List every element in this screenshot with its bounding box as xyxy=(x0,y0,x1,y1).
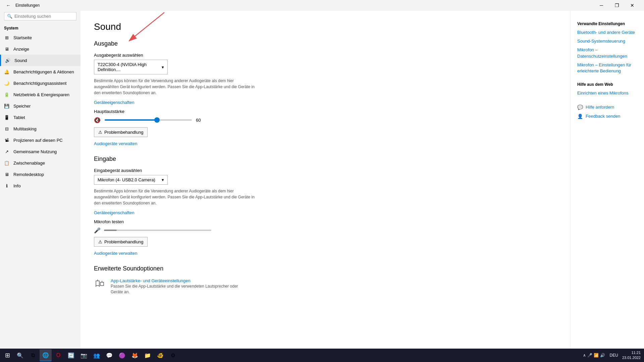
sidebar-item-label: Speicher xyxy=(13,104,31,109)
help-web-title: Hilfe aus dem Web xyxy=(577,82,637,87)
taskbar-app4[interactable]: 🐠 xyxy=(154,349,166,361)
dropdown-chevron: ▾ xyxy=(162,65,164,70)
sidebar-item-tablet[interactable]: 📱 Tablet xyxy=(0,112,80,123)
taskbar-app1[interactable]: 🟣 xyxy=(116,349,128,361)
minimize-button[interactable]: ─ xyxy=(594,0,609,11)
search-input[interactable] xyxy=(14,14,73,19)
slider-thumb[interactable] xyxy=(154,117,160,123)
taskbar-app2[interactable]: 🦊 xyxy=(129,349,141,361)
eingabe-device-dropdown[interactable]: Mikrofon (4- USB2.0 Camera) ▾ xyxy=(94,175,168,185)
eingabe-device-value: Mikrofon (4- USB2.0 Camera) xyxy=(98,177,155,182)
advanced-title: Erweiterte Soundoptionen xyxy=(94,265,557,272)
sidebar-item-netzbetrieb[interactable]: 🔋 Netzbetrieb & Energiesparen xyxy=(0,89,80,100)
sidebar-item-multitasking[interactable]: ⊟ Multitasking xyxy=(0,123,80,134)
remote-icon: 🖥 xyxy=(4,172,9,177)
battery-icon: 🔋 xyxy=(4,92,9,97)
help-link-mic-setup[interactable]: Einrichten eines Mikrofons xyxy=(577,90,637,96)
close-button[interactable]: ✕ xyxy=(625,0,640,11)
ausgabe-device-dropdown[interactable]: T22C300-4 (NVIDIA High Definition.... ▾ xyxy=(94,60,168,74)
manage-audio-link[interactable]: Audiogeräte verwalten xyxy=(94,141,137,146)
support-section: 💬 Hilfe anfordern 👤 Feedback senden xyxy=(577,104,637,119)
clock-date: 23.01.2022 xyxy=(622,355,641,360)
taskbar-teams[interactable]: 👥 xyxy=(91,349,103,361)
sidebar-item-assistent[interactable]: 🌙 Benachrichtigungsassistent xyxy=(0,77,80,89)
related-link-sound-system[interactable]: Sound-Systemsteuerung xyxy=(577,38,637,44)
volume-label: Hauptlautstärke xyxy=(94,109,557,114)
back-icon[interactable]: ← xyxy=(4,2,13,9)
sidebar-item-label: Gemeinsame Nutzung xyxy=(13,149,57,154)
ausgabe-properties-link[interactable]: Geräteeigenschaften xyxy=(94,100,135,105)
taskbar-photos[interactable]: 📷 xyxy=(78,349,90,361)
sidebar-item-gemeinsame[interactable]: ↗ Gemeinsame Nutzung xyxy=(0,146,80,157)
sidebar-item-label: Benachrichtigungen & Aktionen xyxy=(13,69,74,74)
feedback-row[interactable]: 👤 Feedback senden xyxy=(577,113,637,119)
mute-icon[interactable]: 🔇 xyxy=(94,117,101,123)
clock-time: 11:21 xyxy=(622,350,641,355)
content-wrapper: 🔍 System ⊞ Startseite 🖥 Anzeige 🔊 Sound … xyxy=(0,11,644,349)
advanced-row: App-Lautstärke- und Geräteeinstellungen … xyxy=(94,278,557,295)
sidebar-item-info[interactable]: ℹ Info xyxy=(0,180,80,191)
search-box[interactable]: 🔍 xyxy=(4,12,76,20)
sidebar-item-label: Info xyxy=(13,183,21,188)
start-button[interactable]: ⊞ xyxy=(1,349,13,361)
dropdown-chevron-eingabe: ▾ xyxy=(162,177,164,182)
ausgabe-title: Ausgabe xyxy=(94,40,557,47)
sidebar-item-label: Zwischenablage xyxy=(13,161,45,166)
related-link-mic-privacy[interactable]: Mikrofon – Datenschutzeinstellungen xyxy=(577,47,637,59)
eingabe-properties-link[interactable]: Geräteeigenschaften xyxy=(94,210,135,215)
taskbar-taskview[interactable]: ⧉ xyxy=(27,349,39,361)
search-icon: 🔍 xyxy=(7,14,12,19)
info-icon: ℹ xyxy=(4,183,9,188)
help-anfordern-link[interactable]: Hilfe anfordern xyxy=(586,104,614,110)
eingabe-problem-button[interactable]: ⚠ Problembehandlung xyxy=(94,237,148,247)
chevron-up-tray[interactable]: ∧ xyxy=(583,353,586,358)
home-icon: ⊞ xyxy=(4,35,9,40)
svg-rect-3 xyxy=(100,282,104,286)
taskbar-ie[interactable]: 🌐 xyxy=(40,349,52,361)
ausgabe-problem-button[interactable]: ⚠ Problembehandlung xyxy=(94,127,148,137)
sidebar-item-label: Multitasking xyxy=(13,126,37,131)
related-title: Verwandte Einstellungen xyxy=(577,21,637,26)
help-anfordern-row[interactable]: 💬 Hilfe anfordern xyxy=(577,104,637,110)
taskbar-chat[interactable]: 💬 xyxy=(103,349,115,361)
sidebar-item-label: Tablet xyxy=(13,115,25,120)
taskbar-search[interactable]: 🔍 xyxy=(14,349,26,361)
sidebar-item-startseite[interactable]: ⊞ Startseite xyxy=(0,32,80,43)
taskbar-app3[interactable]: 📁 xyxy=(142,349,154,361)
manage-audio-link2[interactable]: Audiogeräte verwalten xyxy=(94,251,137,256)
sidebar-item-sound[interactable]: 🔊 Sound xyxy=(0,55,80,66)
eingabe-description: Bestimmte Apps können für die Verwendung… xyxy=(94,188,255,206)
taskbar-settings[interactable]: ⚙ xyxy=(167,349,179,361)
taskbar-lang[interactable]: DEU xyxy=(608,353,620,358)
feedback-link[interactable]: Feedback senden xyxy=(586,113,620,119)
related-link-bluetooth[interactable]: Bluetooth- und andere Geräte xyxy=(577,29,637,36)
taskbar-opera[interactable]: O xyxy=(52,349,64,361)
sidebar-item-zwischenablage[interactable]: 📋 Zwischenablage xyxy=(0,157,80,169)
restore-button[interactable]: ❐ xyxy=(609,0,625,11)
tablet-icon: 📱 xyxy=(4,115,9,120)
eingabe-title: Eingabe xyxy=(94,156,557,163)
sidebar: 🔍 System ⊞ Startseite 🖥 Anzeige 🔊 Sound … xyxy=(0,11,80,349)
taskbar: ⊞ 🔍 ⧉ 🌐 O 🔄 📷 👥 💬 🟣 🦊 📁 🐠 ⚙ ∧ 🎤 📶 🔊 DEU … xyxy=(0,349,644,362)
volume-slider[interactable] xyxy=(105,117,192,123)
display-icon: 🖥 xyxy=(4,46,9,52)
clipboard-icon: 📋 xyxy=(4,160,9,166)
problem-btn-label: Problembehandlung xyxy=(104,130,143,135)
sidebar-item-label: Anzeige xyxy=(13,47,29,52)
sidebar-item-projizieren[interactable]: 📽 Projizieren auf diesen PC xyxy=(0,134,80,146)
taskbar-clock[interactable]: 11:21 23.01.2022 xyxy=(620,350,643,361)
sidebar-section-label: System xyxy=(0,23,80,32)
taskbar-reload[interactable]: 🔄 xyxy=(65,349,77,361)
mic-slider-track xyxy=(104,230,211,231)
related-settings-section: Verwandte Einstellungen Bluetooth- und a… xyxy=(577,21,637,74)
multitasking-icon: ⊟ xyxy=(4,126,9,131)
sidebar-item-anzeige[interactable]: 🖥 Anzeige xyxy=(0,43,80,55)
sidebar-item-speicher[interactable]: 💾 Speicher xyxy=(0,100,80,112)
sound-icon: 🔊 xyxy=(5,58,10,63)
sidebar-item-remotedesktop[interactable]: 🖥 Remotedesktop xyxy=(0,169,80,180)
project-icon: 📽 xyxy=(4,137,9,143)
advanced-item-link[interactable]: App-Lautstärke- und Geräteeinstellungen xyxy=(111,278,191,283)
sidebar-item-benachrichtigungen[interactable]: 🔔 Benachrichtigungen & Aktionen xyxy=(0,66,80,77)
mic-icon: 🎤 xyxy=(94,227,101,234)
related-link-mic-access[interactable]: Mikrofon – Einstellungen für erleichtert… xyxy=(577,62,637,74)
